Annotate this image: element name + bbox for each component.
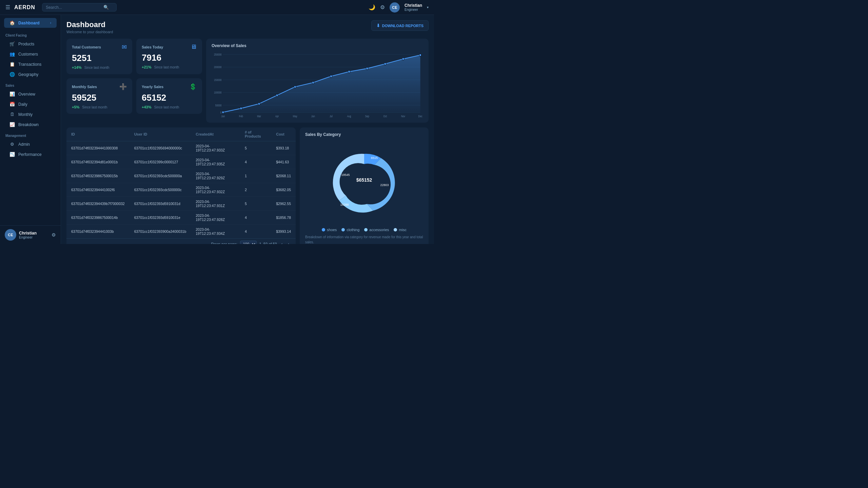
- svg-text:Mar: Mar: [257, 115, 261, 118]
- avatar: CE: [390, 2, 400, 13]
- stat-value: 5251: [72, 53, 127, 63]
- sidebar-label-breakdown: Breakdown: [18, 122, 39, 127]
- sidebar-item-customers[interactable]: 👥 Customers: [4, 49, 57, 59]
- sidebar-item-daily[interactable]: 📅 Daily: [4, 99, 57, 109]
- app-root: ☰ AERDN 🔍 🌙 ⚙ CE Christian Engineer ▾ 🏠 …: [0, 0, 434, 244]
- download-reports-button[interactable]: ⬇ DOWNLOAD REPORTS: [371, 20, 429, 31]
- legend-item-shoes: shoes: [322, 228, 337, 232]
- sidebar-item-dashboard[interactable]: 🏠 Dashboard ›: [4, 18, 57, 28]
- donut-title: Sales By Category: [305, 132, 423, 137]
- table-row: 63701d74f032394439b7f700003263701cc1f032…: [66, 197, 296, 211]
- stat-change: +5%: [72, 105, 79, 109]
- svg-text:150000: 150000: [214, 78, 222, 82]
- prev-page-button[interactable]: ‹: [280, 241, 284, 244]
- sidebar-label-performance: Performance: [18, 152, 42, 157]
- svg-text:22803: 22803: [380, 183, 389, 187]
- stat-yearly-sales: Yearly Sales 💲 65152 +43% Since last mon…: [136, 78, 202, 114]
- sidebar-item-admin[interactable]: ⚙ Admin: [4, 139, 57, 149]
- stat-change: +14%: [72, 65, 81, 69]
- legend-dot-clothing: [341, 228, 345, 231]
- app-logo: AERDN: [14, 4, 35, 11]
- sidebar-user-info: Christian Engineer: [19, 231, 37, 239]
- sidebar-gear-icon[interactable]: ⚙: [52, 232, 56, 238]
- table-cell: 2: [240, 183, 271, 197]
- stat-value: 59525: [72, 93, 127, 103]
- svg-text:Oct: Oct: [383, 115, 387, 118]
- list-icon: 📋: [9, 62, 15, 67]
- sidebar-label-customers: Customers: [18, 52, 38, 57]
- legend-label-misc: misc: [399, 228, 407, 232]
- topbar: ☰ AERDN 🔍 🌙 ⚙ CE Christian Engineer ▾: [0, 0, 434, 15]
- sidebar-item-monthly[interactable]: 🗓 Monthly: [4, 109, 57, 119]
- line-chart-svg: 250000 200000 150000 100000 50000 0: [212, 51, 423, 118]
- user-role: Engineer: [405, 8, 422, 12]
- next-page-button[interactable]: ›: [287, 241, 291, 244]
- legend-item-misc: misc: [394, 228, 407, 232]
- sidebar-label-monthly: Monthly: [18, 112, 33, 117]
- svg-text:$65152: $65152: [356, 177, 372, 183]
- table-row: 63701d74f03239867500014b63701cc1f032393d…: [66, 211, 296, 225]
- svg-point-17: [294, 86, 296, 88]
- page-subtitle: Welcome to your dashboard: [66, 30, 113, 34]
- sidebar-item-transactions[interactable]: 📋 Transactions: [4, 59, 57, 69]
- sidebar-user-name: Christian: [19, 231, 37, 236]
- table-cell: 2023-04-19T12:23:47.932Z: [191, 183, 240, 197]
- chevron-down-icon[interactable]: ▾: [427, 5, 429, 9]
- sidebar-item-overview[interactable]: 📊 Overview: [4, 89, 57, 99]
- section-sales: Sales: [0, 80, 61, 89]
- legend-dot-misc: [394, 228, 397, 231]
- legend-dot-shoes: [322, 228, 325, 231]
- table-footer: Rows per page: 100 50 25 1–50 of 50 ‹ ›: [66, 238, 296, 244]
- sidebar-label-daily: Daily: [18, 102, 27, 107]
- rows-per-page-label: Rows per page:: [211, 242, 237, 244]
- table-cell: 63701cc1f032393900a3400031b: [130, 225, 191, 239]
- sidebar-item-breakdown[interactable]: 📈 Breakdown: [4, 120, 57, 129]
- table-cell: $3993.14: [271, 225, 296, 239]
- stat-value: 7916: [142, 53, 197, 63]
- table-wrapper[interactable]: ID User ID CreatedAt # of Products Cost …: [66, 127, 296, 238]
- table-cell: 63701cc1f032393cdc500000a: [130, 169, 191, 183]
- calendar-month-icon: 🗓: [9, 112, 15, 117]
- download-icon: ⬇: [376, 23, 380, 28]
- stat-label: Monthly Sales: [72, 85, 97, 89]
- col-products: # of Products: [240, 127, 271, 141]
- svg-text:Feb: Feb: [239, 115, 243, 118]
- pagination-info: 1–50 of 50: [259, 242, 277, 244]
- transactions-table: ID User ID CreatedAt # of Products Cost …: [66, 127, 296, 238]
- svg-text:Jun: Jun: [311, 115, 315, 118]
- search-container: 🔍: [42, 3, 117, 12]
- page-heading: Dashboard Welcome to your dashboard: [66, 20, 113, 34]
- sidebar-label-admin: Admin: [18, 142, 30, 147]
- sidebar-item-geography[interactable]: 🌐 Geography: [4, 69, 57, 79]
- stat-label: Yearly Sales: [142, 85, 163, 89]
- table-cell: 63701d74f032394d81e0001b: [66, 155, 130, 169]
- donut-chart-card: Sales By Category: [300, 127, 429, 244]
- sidebar-item-products[interactable]: 🛒 Products: [4, 39, 57, 49]
- svg-point-20: [348, 70, 350, 73]
- svg-point-15: [258, 103, 260, 105]
- svg-text:0: 0: [220, 111, 222, 115]
- search-input[interactable]: [46, 5, 103, 10]
- table-row: 63701d74f032394441003b63701cc1f032393900…: [66, 225, 296, 239]
- sidebar-item-performance[interactable]: 📉 Performance: [4, 149, 57, 159]
- table-cell: 63701cc1f032393d5910031d: [130, 197, 191, 211]
- stat-total-customers: Total Customers ✉ 5251 +14% Since last m…: [66, 39, 132, 74]
- person-add-icon: ➕: [119, 83, 127, 90]
- svg-text:Apr: Apr: [275, 115, 279, 118]
- dark-mode-toggle[interactable]: 🌙: [369, 4, 375, 11]
- svg-point-19: [330, 75, 332, 77]
- col-id: ID: [66, 127, 130, 141]
- cart-icon: 🛒: [9, 41, 15, 46]
- overview-chart-card: Overview of Sales 250000 200: [206, 39, 429, 123]
- sidebar-label-transactions: Transactions: [18, 62, 41, 67]
- table-cell: 63701cc1f032393cdc500000c: [130, 183, 191, 197]
- svg-text:May: May: [293, 115, 297, 118]
- table-cell: $2962.55: [271, 197, 296, 211]
- settings-icon[interactable]: ⚙: [380, 4, 385, 11]
- menu-icon[interactable]: ☰: [5, 4, 10, 11]
- globe-icon: 🌐: [9, 72, 15, 77]
- gear-icon: ⚙: [9, 142, 15, 147]
- rows-per-page-select[interactable]: 100 50 25: [240, 241, 257, 244]
- svg-text:50000: 50000: [215, 104, 222, 107]
- stat-label: Sales Today: [142, 45, 163, 49]
